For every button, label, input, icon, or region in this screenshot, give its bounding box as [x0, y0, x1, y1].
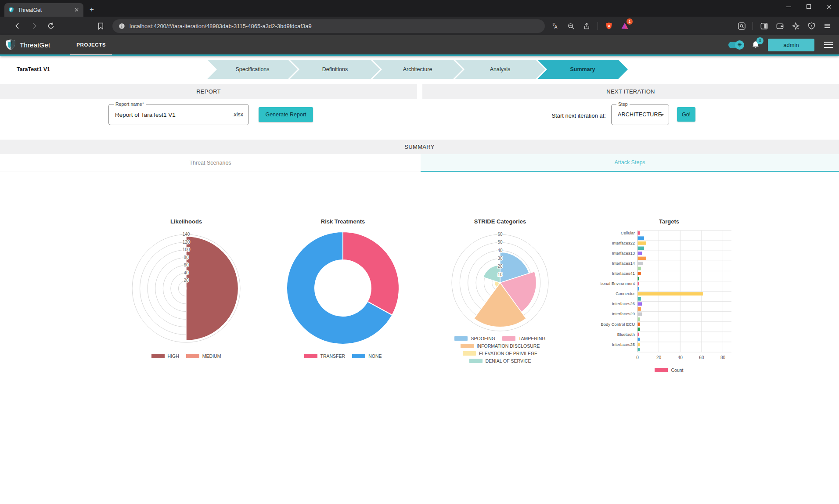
bar-interfaces29 — [638, 313, 642, 316]
go-button[interactable]: Go! — [677, 107, 695, 122]
toolbar-divider — [753, 22, 753, 30]
r-tick-label: 50 — [497, 240, 503, 245]
legend-item-count[interactable]: Count — [655, 367, 683, 373]
stride-categories-chart: STRIDE Categories 102030405060 SPOOFINGT… — [434, 218, 566, 364]
forward-button[interactable] — [28, 20, 40, 32]
legend-item-spoofing[interactable]: SPOOFING — [454, 336, 495, 341]
search-in-page-icon[interactable] — [736, 20, 747, 32]
share-icon[interactable] — [581, 20, 592, 32]
step-select-label: Step — [616, 101, 630, 107]
legend-item-denial-of-service[interactable]: DENIAL OF SERVICE — [469, 358, 531, 364]
bar-interfaces13 — [638, 252, 642, 255]
stride-polar-chart: 102030405060 — [434, 227, 566, 335]
reload-button[interactable] — [45, 20, 57, 32]
info-icon[interactable] — [119, 23, 125, 29]
r-tick-label: 60 — [184, 263, 189, 267]
new-tab-button[interactable]: + — [90, 5, 94, 17]
y-tick-label: Interfaces41 — [612, 271, 635, 276]
legend-item-information-disclosure[interactable]: INFORMATION DISCLOSURE — [461, 343, 540, 349]
bar-unlabeled — [638, 277, 639, 281]
section-bands: REPORT NEXT ITERATION — [0, 84, 839, 99]
r-tick-label: 10 — [497, 272, 503, 277]
y-tick-label: Connector — [616, 291, 635, 296]
tab-threat-scenarios[interactable]: Threat Scenarios — [0, 154, 421, 172]
minimize-button[interactable] — [778, 0, 799, 13]
app-menu-icon[interactable] — [824, 42, 833, 48]
x-tick-label: 20 — [656, 355, 662, 360]
tab-close-icon[interactable] — [73, 7, 80, 14]
report-name-input[interactable] — [109, 104, 221, 125]
maximize-button[interactable] — [799, 0, 819, 13]
wallet-icon[interactable] — [774, 20, 785, 32]
url-text[interactable]: localhost:4200/#/tara-iteration/48983dab… — [130, 23, 312, 29]
chevron-down-icon — [659, 114, 664, 116]
x-tick-label: 0 — [636, 355, 639, 360]
workflow-step-definitions[interactable]: Definitions — [290, 60, 380, 79]
bar-interfaces14 — [638, 262, 643, 265]
app-header: ThreatGet PROJECTS ✳ 0 admin — [0, 35, 839, 56]
legend-item-tampering[interactable]: TAMPERING — [502, 336, 546, 341]
bookmark-icon[interactable] — [95, 20, 106, 32]
workflow-step-summary[interactable]: Summary — [537, 60, 628, 79]
y-tick-label: Interfaces26 — [612, 301, 635, 306]
translate-icon[interactable]: xA — [549, 20, 561, 32]
generate-report-button[interactable]: Generate Report — [259, 107, 313, 122]
report-name-field[interactable]: Report name* .xlsx — [108, 104, 249, 125]
zoom-out-icon[interactable] — [565, 20, 576, 32]
legend-swatch — [151, 354, 165, 358]
toolbar-divider — [598, 22, 598, 30]
r-tick-label: 40 — [497, 248, 503, 253]
risk-treatments-legend: TRANSFERNONE — [281, 353, 404, 359]
leo-ai-icon[interactable] — [790, 20, 801, 32]
workflow-step-architecture[interactable]: Architecture — [372, 60, 463, 79]
workflow-step-analysis[interactable]: Analysis — [455, 60, 545, 79]
nav-projects[interactable]: PROJECTS — [70, 35, 112, 55]
legend-item-none[interactable]: NONE — [352, 353, 382, 359]
bar-unlabeled — [638, 267, 641, 270]
browser-tab[interactable]: ThreatGet — [4, 3, 83, 17]
legend-swatch — [454, 336, 468, 341]
legend-label: NONE — [368, 353, 382, 359]
bar-interfaces25 — [638, 343, 640, 346]
legend-swatch — [502, 336, 515, 341]
alert-triangle-icon[interactable]: 1 — [619, 20, 630, 32]
window-controls — [778, 0, 839, 13]
brave-shield-icon[interactable] — [603, 20, 615, 32]
close-button[interactable] — [819, 0, 839, 13]
bar-unlabeled — [638, 236, 645, 240]
bar-unlabeled — [638, 338, 640, 341]
r-tick-label: 80 — [184, 255, 189, 260]
y-tick-label: Body Control ECU — [601, 322, 635, 327]
doughnut-slice-transfer — [343, 232, 399, 315]
legend-item-elevation-of-privilege[interactable]: ELEVATION OF PRIVILEGE — [463, 351, 537, 356]
legend-item-transfer[interactable]: TRANSFER — [304, 353, 346, 359]
vpn-shield-icon[interactable] — [806, 20, 817, 32]
browser-menu-icon[interactable] — [821, 20, 833, 32]
admin-button[interactable]: admin — [768, 39, 814, 51]
y-tick-label: Interfaces13 — [612, 251, 635, 256]
chart-title: STRIDE Categories — [434, 218, 566, 227]
legend-label: ELEVATION OF PRIVILEGE — [479, 351, 537, 356]
chart-title: Likelihoods — [125, 218, 248, 227]
threatget-logo — [5, 39, 16, 51]
notifications-bell[interactable]: 0 — [751, 40, 760, 50]
bar-unlabeled — [638, 307, 641, 311]
split-screen-icon[interactable] — [758, 20, 770, 32]
theme-toggle[interactable]: ✳ — [728, 42, 743, 48]
back-button[interactable] — [11, 20, 24, 32]
step-select[interactable]: Step ARCHITECTURE — [611, 104, 669, 125]
tab-attack-steps[interactable]: Attack Steps — [421, 154, 839, 172]
workflow-row: TaraTest1 V1 Specifications Definitions … — [0, 56, 839, 83]
browser-titlebar: ThreatGet + — [0, 0, 839, 17]
next-iteration-section-title: NEXT ITERATION — [422, 84, 839, 99]
legend-label: DENIAL OF SERVICE — [486, 358, 531, 364]
legend-item-medium[interactable]: MEDIUM — [186, 353, 221, 359]
legend-item-high[interactable]: HIGH — [151, 353, 179, 359]
workflow-step-specifications[interactable]: Specifications — [207, 60, 298, 79]
legend-swatch — [304, 354, 317, 358]
address-bar[interactable]: localhost:4200/#/tara-iteration/48983dab… — [112, 19, 545, 33]
tab-title: ThreatGet — [18, 7, 69, 13]
bar-bluetooth — [638, 333, 639, 336]
risk-treatments-doughnut-chart — [281, 227, 404, 353]
bar-connector — [638, 292, 703, 295]
